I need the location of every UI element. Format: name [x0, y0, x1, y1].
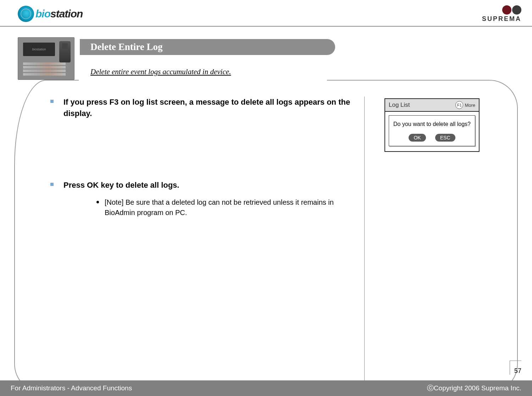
logo-text-bio: bio	[35, 8, 50, 20]
biostation-logo: biostation	[18, 6, 83, 22]
instruction-text: Press OK key to delete all logs.	[63, 180, 179, 191]
section-subtitle: Delete entire event logs accumulated in …	[90, 67, 231, 76]
dialog-inner-box: Do you want to delete all logs? OK ESC	[389, 115, 475, 146]
suprema-logo: SUPREMA	[482, 5, 521, 23]
square-bullet-icon	[50, 100, 54, 103]
ok-button[interactable]: OK	[409, 134, 426, 142]
dialog-titlebar: Log List F1 More	[385, 99, 479, 112]
device-thumbnail-rows	[23, 62, 66, 77]
illustration-column: Log List F1 More Do you want to delete a…	[375, 97, 489, 381]
dialog-more-hint: F1 More	[455, 101, 475, 109]
device-thumbnail-scanner	[59, 41, 71, 62]
instruction-subitem: [Note] Be sure that a deleted log can no…	[96, 197, 357, 218]
fingerprint-swirl-icon	[18, 6, 34, 22]
footer-left: For Administrators - Advanced Functions	[11, 384, 132, 392]
f1-key-icon: F1	[455, 101, 463, 109]
dialog-body: Do you want to delete all logs? OK ESC	[385, 112, 479, 151]
infinity-swoosh-icon	[502, 5, 521, 14]
device-thumbnail-screen: biostation	[23, 43, 55, 56]
log-list-dialog: Log List F1 More Do you want to delete a…	[384, 98, 480, 152]
section-title-bar: Delete Entire Log	[80, 39, 335, 55]
dot-bullet-icon	[96, 201, 99, 203]
instructions-column: If you press F3 on log list screen, a me…	[50, 97, 365, 381]
instruction-item: Press OK key to delete all logs. [Note] …	[50, 180, 357, 218]
device-thumbnail: biostation	[18, 37, 74, 80]
content-panel: If you press F3 on log list screen, a me…	[14, 80, 518, 392]
section-title: Delete Entire Log	[90, 42, 162, 53]
square-bullet-icon	[50, 183, 54, 186]
dialog-message: Do you want to delete all logs?	[391, 121, 473, 128]
instruction-subtext: [Note] Be sure that a deleted log can no…	[105, 197, 357, 218]
page-number: 57	[510, 361, 521, 375]
esc-button[interactable]: ESC	[435, 134, 455, 142]
page-header: biostation SUPREMA	[0, 0, 532, 27]
biostation-wordmark: biostation	[35, 8, 83, 20]
more-label: More	[465, 103, 475, 108]
footer-right: ⓒCopyright 2006 Suprema Inc.	[427, 384, 521, 393]
instruction-sublist: [Note] Be sure that a deleted log can no…	[96, 197, 357, 218]
instruction-text: If you press F3 on log list screen, a me…	[63, 97, 357, 119]
suprema-wordmark: SUPREMA	[482, 15, 521, 22]
dialog-button-row: OK ESC	[391, 134, 473, 142]
logo-text-station: station	[50, 8, 83, 20]
dialog-title: Log List	[389, 101, 410, 109]
page-footer: For Administrators - Advanced Functions …	[0, 380, 532, 396]
instruction-item: If you press F3 on log list screen, a me…	[50, 97, 357, 119]
